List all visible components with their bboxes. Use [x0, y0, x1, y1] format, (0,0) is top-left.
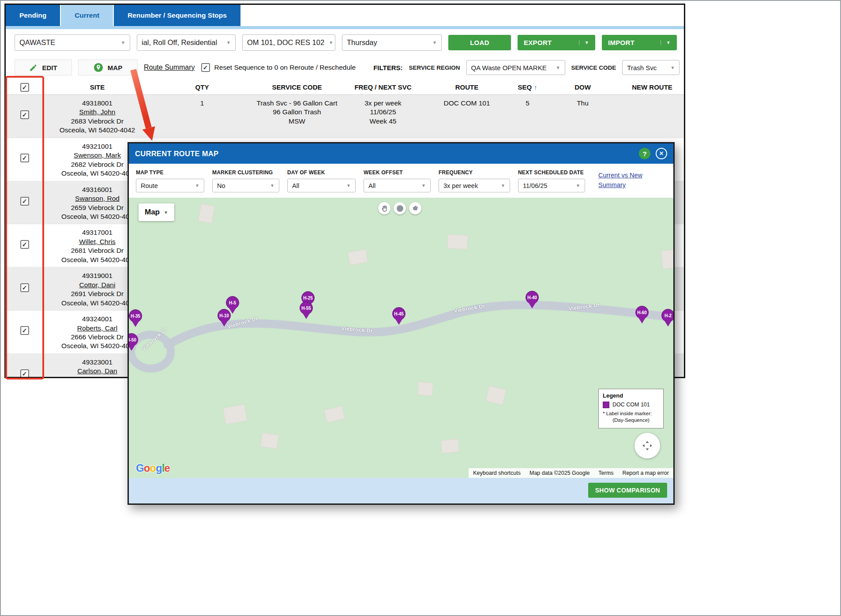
service-code-label: SERVICE CODE [571, 64, 616, 71]
show-comparison-button[interactable]: SHOW COMPARISON [588, 483, 667, 498]
close-icon[interactable]: × [656, 148, 667, 159]
table-header-row: ✓ SITE QTY SERVICE CODE FREQ / NEXT SVC … [6, 80, 684, 95]
reset-sequence-checkbox[interactable]: ✓ [201, 63, 210, 72]
new-route-cell [619, 95, 685, 101]
pan-arrows-icon [642, 440, 653, 451]
route-stop-marker-h-10[interactable]: H-10 [218, 309, 231, 322]
route-stop-marker-h-45[interactable]: H-45 [392, 307, 405, 320]
row-checkbox[interactable]: ✓ [20, 369, 29, 378]
dow-cell: Thu [546, 95, 619, 110]
reset-sequence-label: Reset Sequence to 0 on Reroute / Resched… [214, 64, 356, 71]
seq-header-label: SEQ [518, 83, 532, 91]
tab-renumber-sequencing-stops[interactable]: Renumber / Sequencing Stops [114, 5, 240, 26]
site-name-link[interactable]: Smith, John [45, 108, 150, 116]
freq-line: 11/06/25 [343, 108, 423, 116]
row-checkbox-cell: ✓ [6, 283, 43, 295]
col-header-seq[interactable]: SEQ↑ [509, 81, 546, 94]
site-id: 49318001 [45, 99, 150, 108]
row-checkbox[interactable]: ✓ [20, 110, 29, 119]
map-type-dropdown[interactable]: Route▼ [136, 179, 204, 192]
map-drawing-tools [378, 202, 421, 214]
map-canvas[interactable]: Viebrock DrViebrock DrViebrock DrViebroc… [129, 198, 673, 478]
select-all-checkbox[interactable]: ✓ [20, 83, 29, 92]
chevron-down-icon: ▼ [346, 183, 351, 188]
next-scheduled-date-dropdown[interactable]: 11/06/25▼ [518, 179, 585, 192]
route-stop-marker-h-40[interactable]: H-40 [526, 291, 539, 304]
tab-strip [6, 26, 684, 29]
service-code-line: 96 Gallon Trash [255, 108, 339, 116]
row-checkbox[interactable]: ✓ [20, 326, 29, 335]
site-cell: 49318001 Smith, John 2683 Viebrock Dr Os… [43, 95, 151, 138]
route-stop-marker-h-50[interactable]: H-50 [129, 333, 138, 346]
chevron-down-icon: ▼ [579, 40, 589, 45]
circle-draw-tool[interactable] [394, 202, 406, 214]
route-stop-marker-h-60[interactable]: H-60 [635, 306, 649, 319]
routes-dropdown[interactable]: OM 101, DOC RES 102 ▼ [242, 34, 335, 51]
route-summary-link[interactable]: Route Summary [144, 64, 195, 71]
polygon-draw-tool[interactable] [409, 202, 421, 214]
marker-clustering-dropdown[interactable]: No▼ [212, 179, 279, 192]
week-offset-dropdown[interactable]: All▼ [364, 179, 431, 192]
col-header-new-route[interactable]: NEW ROUTE [619, 81, 685, 94]
day-of-week-filter: DAY OF WEEK All▼ [287, 169, 356, 192]
google-logo: Google [136, 462, 170, 474]
frequency-dropdown[interactable]: 3x per week▼ [439, 179, 510, 192]
chevron-down-icon: ▼ [576, 183, 580, 188]
load-button[interactable]: LOAD [448, 35, 511, 50]
legend-route-label: DOC COM 101 [612, 402, 650, 408]
site-city: Osceola, WI 54020-4042 [45, 126, 150, 135]
reset-sequence-checkbox-group[interactable]: ✓ Reset Sequence to 0 on Reroute / Resch… [201, 63, 356, 72]
pan-control[interactable] [635, 433, 660, 458]
map-data-text: Map data ©2025 Google [529, 470, 589, 476]
col-header-route[interactable]: ROUTE [425, 81, 509, 94]
service-code-dropdown[interactable]: Trash Svc ▼ [622, 60, 680, 75]
col-header-freq-next-svc[interactable]: FREQ / NEXT SVC [341, 81, 425, 94]
edit-button-label: EDIT [42, 64, 57, 71]
edit-button[interactable]: EDIT [15, 60, 72, 75]
keyboard-shortcuts-link[interactable]: Keyboard shortcuts [473, 470, 521, 476]
route-stop-marker-h-55[interactable]: H-55 [300, 301, 313, 315]
tab-current[interactable]: Current [61, 5, 113, 26]
export-button[interactable]: EXPORT ▼ [518, 35, 595, 50]
frequency-filter: FREQUENCY 3x per week▼ [439, 169, 510, 192]
next-scheduled-date-label: NEXT SCHEDULED DATE [518, 169, 585, 176]
row-checkbox[interactable]: ✓ [20, 283, 29, 292]
row-checkbox[interactable]: ✓ [20, 154, 29, 162]
report-map-error-link[interactable]: Report a map error [622, 470, 669, 476]
map-button[interactable]: MAP [78, 60, 138, 75]
marker-clustering-filter: MARKER CLUSTERING No▼ [212, 169, 279, 192]
current-vs-new-summary-link[interactable]: Current vs New Summary [598, 170, 642, 190]
table-row[interactable]: ✓ 49318001 Smith, John 2683 Viebrock Dr … [6, 95, 684, 138]
map-type-button[interactable]: Map ▼ [139, 203, 174, 221]
map-type-label: MAP TYPE [136, 169, 204, 176]
export-button-label: EXPORT [524, 39, 552, 46]
row-checkbox-cell: ✓ [6, 240, 43, 252]
current-route-map-dialog: CURRENT ROUTE MAP ? × MAP TYPE Route▼ MA… [128, 142, 675, 505]
route-stop-marker-h-5[interactable]: H-5 [226, 296, 239, 309]
chevron-down-icon: ▼ [329, 40, 333, 45]
row-checkbox[interactable]: ✓ [20, 197, 29, 206]
route-stop-marker-h-35[interactable]: H-35 [129, 309, 142, 323]
col-header-site[interactable]: SITE [43, 81, 151, 94]
chevron-down-icon: ▼ [164, 210, 168, 215]
service-region-dropdown[interactable]: QA Waste OPEN MARKE ▼ [466, 60, 565, 75]
map-type-filter: MAP TYPE Route▼ [136, 169, 204, 192]
row-checkbox[interactable]: ✓ [20, 240, 29, 249]
col-header-dow[interactable]: DOW [546, 81, 619, 94]
col-header-qty[interactable]: QTY [151, 81, 253, 94]
service-code-value: Trash Svc [627, 64, 657, 71]
day-of-week-dropdown[interactable]: All▼ [287, 179, 356, 192]
company-dropdown[interactable]: QAWASTE ▼ [15, 34, 130, 51]
day-dropdown-value: Thursday [347, 38, 377, 47]
tab-pending[interactable]: Pending [6, 5, 60, 26]
col-header-service-code[interactable]: SERVICE CODE [253, 81, 341, 94]
day-dropdown[interactable]: Thursday ▼ [342, 34, 442, 51]
pan-hand-tool[interactable] [378, 202, 390, 214]
import-button[interactable]: IMPORT ▼ [602, 35, 677, 50]
line-of-business-dropdown[interactable]: ial, Roll Off, Residential ▼ [137, 34, 236, 51]
service-region-value: QA Waste OPEN MARKE [471, 64, 547, 71]
marker-clustering-label: MARKER CLUSTERING [212, 169, 279, 176]
terms-link[interactable]: Terms [598, 470, 613, 476]
route-stop-marker-h-2[interactable]: H-2 [661, 309, 673, 322]
help-icon[interactable]: ? [639, 148, 650, 159]
